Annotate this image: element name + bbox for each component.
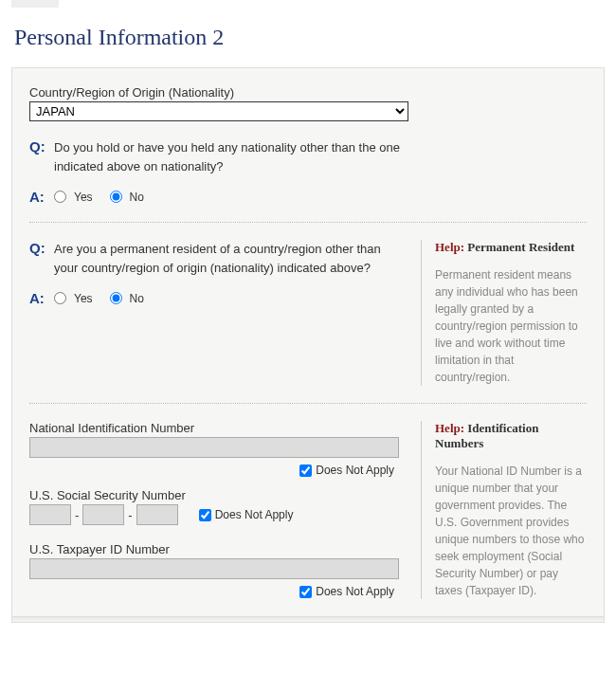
help-topic: Permanent Resident bbox=[467, 240, 574, 254]
ssn-dash: - bbox=[128, 508, 132, 522]
q1-no-label: No bbox=[130, 191, 144, 204]
help-body: Your National ID Number is a unique numb… bbox=[435, 463, 587, 599]
a-prefix: A: bbox=[29, 290, 54, 306]
q1-yes-radio[interactable] bbox=[54, 191, 66, 203]
tin-label: U.S. Taxpayer ID Number bbox=[29, 542, 404, 556]
form-container: Country/Region of Origin (Nationality) J… bbox=[11, 67, 605, 617]
tin-input[interactable] bbox=[29, 558, 399, 579]
tin-dna-checkbox[interactable] bbox=[299, 586, 312, 598]
q-prefix: Q: bbox=[29, 138, 54, 155]
nin-input[interactable] bbox=[29, 437, 399, 458]
q-prefix: Q: bbox=[29, 240, 54, 256]
help-body: Permanent resident means any individual … bbox=[435, 266, 587, 386]
ssn-dna-label: Does Not Apply bbox=[215, 508, 294, 521]
a-prefix: A: bbox=[29, 189, 54, 205]
ssn-dash: - bbox=[75, 508, 79, 522]
ssn-label: U.S. Social Security Number bbox=[29, 488, 404, 502]
ssn-dna-checkbox[interactable] bbox=[199, 509, 211, 521]
nationality-select[interactable]: JAPAN bbox=[29, 101, 408, 121]
nin-dna-checkbox[interactable] bbox=[299, 465, 312, 477]
question-1: Q: Do you hold or have you held any nati… bbox=[29, 138, 587, 205]
nin-label: National Identification Number bbox=[29, 421, 404, 435]
ssn-input-2[interactable] bbox=[82, 504, 124, 525]
tin-dna-label: Does Not Apply bbox=[316, 585, 394, 598]
question-1-text: Do you hold or have you held any nationa… bbox=[54, 138, 424, 175]
ssn-input-3[interactable] bbox=[136, 504, 178, 525]
ssn-input-1[interactable] bbox=[29, 504, 71, 525]
help-identification-numbers: Help: Identification Numbers Your Nation… bbox=[421, 421, 587, 599]
q2-no-label: No bbox=[130, 292, 144, 305]
q2-yes-label: Yes bbox=[74, 292, 93, 305]
help-label: Help: bbox=[435, 421, 464, 435]
nationality-label: Country/Region of Origin (Nationality) bbox=[29, 85, 587, 100]
q2-yes-radio[interactable] bbox=[54, 292, 66, 304]
help-permanent-resident: Help: Permanent Resident Permanent resid… bbox=[421, 240, 587, 386]
page-title: Personal Information 2 bbox=[14, 25, 616, 50]
help-label: Help: bbox=[435, 240, 464, 254]
q1-yes-label: Yes bbox=[74, 191, 93, 204]
top-decoration bbox=[11, 0, 59, 8]
q1-no-radio[interactable] bbox=[110, 191, 122, 203]
nin-dna-label: Does Not Apply bbox=[316, 464, 394, 477]
question-2-text: Are you a permanent resident of a countr… bbox=[54, 240, 404, 277]
bottom-shadow bbox=[11, 617, 605, 623]
q2-no-radio[interactable] bbox=[110, 292, 122, 304]
question-2: Q: Are you a permanent resident of a cou… bbox=[29, 240, 404, 277]
